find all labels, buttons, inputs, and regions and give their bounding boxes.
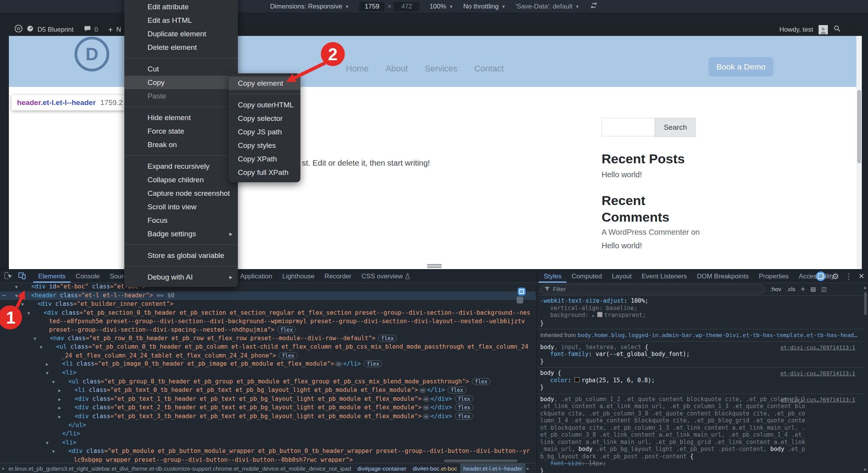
devtools-resize-handle[interactable] bbox=[427, 264, 442, 268]
dom-tree-row[interactable]: ▼<li> bbox=[0, 369, 536, 378]
recent-post-link[interactable]: Hello world! bbox=[602, 170, 642, 179]
element-badge-icon[interactable] bbox=[518, 288, 526, 295]
tab-css-overview[interactable]: CSS overview bbox=[356, 270, 415, 283]
page-scrollbar[interactable] bbox=[856, 36, 862, 269]
tab-dom-breakpoints[interactable]: DOM Breakpoints bbox=[692, 270, 754, 283]
menu-item-copy-js-path[interactable]: Copy JS path bbox=[229, 125, 300, 139]
toggle-class-button[interactable]: .cls bbox=[787, 286, 795, 292]
menu-item-badge-settings[interactable]: Badge settings▸ bbox=[124, 227, 238, 241]
comments-bubble-icon[interactable] bbox=[84, 25, 91, 34]
format-icon[interactable]: ▤ bbox=[810, 286, 816, 293]
nav-link-about[interactable]: About bbox=[386, 64, 408, 74]
menu-item-hide-element[interactable]: Hide element bbox=[124, 111, 238, 124]
css-rule[interactable]: et-divi-cus…769714113:1body {color: rgba… bbox=[537, 368, 864, 394]
tab-computed[interactable]: Computed bbox=[566, 270, 607, 283]
expand-arrow-icon[interactable]: ▶ bbox=[57, 360, 62, 369]
scroll-down-icon[interactable]: ▼ bbox=[863, 467, 867, 472]
menu-item-delete-element[interactable]: Delete element bbox=[124, 41, 238, 54]
new-style-rule-button[interactable]: + bbox=[801, 285, 805, 293]
breadcrumb-scroll-right-icon[interactable]: ▸ bbox=[526, 466, 531, 471]
expand-arrow-icon[interactable]: ▼ bbox=[63, 378, 68, 387]
breadcrumb-item[interactable]: er.linux.et_pb_gutters3.et_right_sidebar… bbox=[5, 463, 354, 473]
menu-item-copy[interactable]: Copy▸ bbox=[124, 76, 238, 89]
nav-link-services[interactable]: Services bbox=[425, 64, 457, 74]
avatar[interactable] bbox=[819, 25, 828, 34]
menu-item-debug-with-ai[interactable]: Debug with AI▸ bbox=[124, 270, 238, 284]
toggle-device-toolbar-icon[interactable] bbox=[18, 271, 26, 281]
search-icon[interactable] bbox=[833, 25, 841, 34]
dom-tree-row[interactable]: ▼<ul class="et_pb_column_0_tb_header et_… bbox=[0, 343, 536, 360]
menu-item-collapse-children[interactable]: Collapse children bbox=[124, 173, 238, 186]
expand-arrow-icon[interactable]: ▶ bbox=[69, 413, 75, 421]
dom-tree-row[interactable]: ▶<div class="et_pb_text_1_tb_header et_p… bbox=[0, 395, 536, 404]
tab-layout[interactable]: Layout bbox=[607, 270, 637, 283]
menu-item-break-on[interactable]: Break on▸ bbox=[124, 138, 238, 151]
tab-accessibility[interactable]: Accessibility bbox=[794, 270, 840, 283]
menu-item-focus[interactable]: Focus bbox=[124, 214, 238, 227]
menu-item-copy-outerhtml[interactable]: Copy outerHTML bbox=[229, 98, 300, 112]
expand-arrow-icon[interactable]: ▼ bbox=[57, 369, 62, 378]
expand-arrow-icon[interactable]: ▼ bbox=[38, 309, 44, 318]
menu-item-paste[interactable]: Paste bbox=[124, 89, 238, 103]
css-rule[interactable]: et-divi-cus…769714113:1body, input, text… bbox=[537, 342, 864, 368]
expand-arrow-icon[interactable]: ▼ bbox=[26, 292, 31, 300]
tab-recorder[interactable]: Recorder bbox=[319, 270, 356, 283]
breadcrumb-item[interactable]: div#page-container bbox=[354, 463, 410, 473]
inspect-element-icon[interactable] bbox=[4, 271, 12, 281]
menu-item-duplicate-element[interactable]: Duplicate element bbox=[124, 27, 238, 41]
panel-badge-icon[interactable] bbox=[517, 297, 523, 303]
expand-arrow-icon[interactable]: ▶ bbox=[69, 387, 75, 395]
dom-tree-row[interactable]: ▼<li> bbox=[0, 439, 536, 448]
wordpress-logo-icon[interactable]: W bbox=[14, 24, 23, 35]
expand-arrow-icon[interactable]: ▼ bbox=[57, 439, 62, 448]
menu-item-copy-element[interactable]: Copy element bbox=[229, 76, 300, 90]
dom-tree-row[interactable]: ▶<div class="et_pb_text_2_tb_header et_p… bbox=[0, 403, 536, 412]
breadcrumb-item[interactable]: div#et-boc.et-boc bbox=[410, 463, 460, 473]
tab-elements[interactable]: Elements bbox=[33, 270, 71, 283]
inherited-selector-link[interactable]: body.home.blog.logged-in.admin-bar.wp-th… bbox=[578, 332, 858, 338]
css-rule-tail[interactable]: -webkit-text-size-adjust: 100%;vertical-… bbox=[537, 295, 864, 329]
menu-item-copy-full-xpath[interactable]: Copy full XPath bbox=[229, 166, 300, 179]
rotate-viewport-icon[interactable] bbox=[590, 1, 598, 12]
dom-tree-row[interactable]: ▼<header class="et-l et-l--header"> == $… bbox=[0, 292, 536, 300]
dom-tree-row[interactable]: ▼<nav class="et_pb_row_0_tb_header et_pb… bbox=[0, 334, 536, 343]
expand-arrow-icon[interactable]: ▼ bbox=[44, 335, 50, 343]
plus-icon[interactable]: + bbox=[108, 25, 113, 34]
zoom-select[interactable]: 100%▼ bbox=[429, 3, 453, 10]
menu-item-edit-attribute[interactable]: Edit attribute bbox=[124, 0, 238, 14]
toggle-pane-icon[interactable]: ◫ bbox=[821, 286, 827, 293]
menu-item-copy-styles[interactable]: Copy styles bbox=[229, 139, 300, 152]
viewport-height-input[interactable]: 472 bbox=[394, 2, 419, 11]
dom-tree-row[interactable]: ▼<div id="et-boc" class="et-boc"> bbox=[0, 283, 536, 292]
site-name-link[interactable]: D5 Blueprint bbox=[37, 26, 74, 34]
sidebar-search-button[interactable]: Search bbox=[655, 118, 696, 137]
styles-filter-input[interactable]: Filter bbox=[540, 284, 765, 294]
menu-item-capture-node-screenshot[interactable]: Capture node screenshot bbox=[124, 186, 238, 200]
page-scrollbar-thumb[interactable] bbox=[857, 90, 861, 163]
expand-arrow-icon[interactable]: ▼ bbox=[32, 300, 37, 309]
tab-lighthouse[interactable]: Lighthouse bbox=[277, 270, 319, 283]
viewport-width-input[interactable]: 1759 bbox=[359, 2, 385, 11]
expand-arrow-icon[interactable]: ▶ bbox=[69, 404, 75, 412]
dom-tree-row[interactable]: ▶<li class="et_pb_text_0_tb_header et_pb… bbox=[0, 386, 536, 395]
dom-tree-row[interactable]: ▶<li class="et_pb_image_0_tb_header et_p… bbox=[0, 360, 536, 369]
menu-item-cut[interactable]: Cut bbox=[124, 62, 238, 76]
menu-item-expand-recursively[interactable]: Expand recursively bbox=[124, 159, 238, 173]
tab-console[interactable]: Console bbox=[71, 270, 105, 283]
new-content-link[interactable]: N bbox=[116, 26, 121, 34]
menu-item-force-state[interactable]: Force state▸ bbox=[124, 124, 238, 138]
throttling-select[interactable]: No throttling▼ bbox=[463, 3, 506, 10]
tab-properties[interactable]: Properties bbox=[754, 270, 793, 283]
sidebar-search-input[interactable] bbox=[602, 118, 655, 136]
expand-arrow-icon[interactable]: ▶ bbox=[69, 395, 75, 404]
divi-logo[interactable]: D bbox=[75, 37, 109, 71]
stylesheet-source-link[interactable]: et-divi-cus…769714113:1 bbox=[780, 344, 855, 351]
nav-link-contact[interactable]: Contact bbox=[475, 64, 504, 74]
elements-hscrollbar-thumb[interactable] bbox=[444, 459, 517, 462]
save-data-select[interactable]: 'Save-Data': default▼ bbox=[515, 3, 579, 10]
expand-arrow-icon[interactable]: ▼ bbox=[63, 448, 68, 456]
menu-item-copy-selector[interactable]: Copy selector bbox=[229, 112, 300, 125]
breadcrumb-item[interactable]: header.et-l.et-l--header bbox=[460, 463, 526, 473]
expand-arrow-icon[interactable]: ▼ bbox=[51, 343, 56, 352]
howdy-account-link[interactable]: Howdy, test bbox=[779, 26, 813, 34]
